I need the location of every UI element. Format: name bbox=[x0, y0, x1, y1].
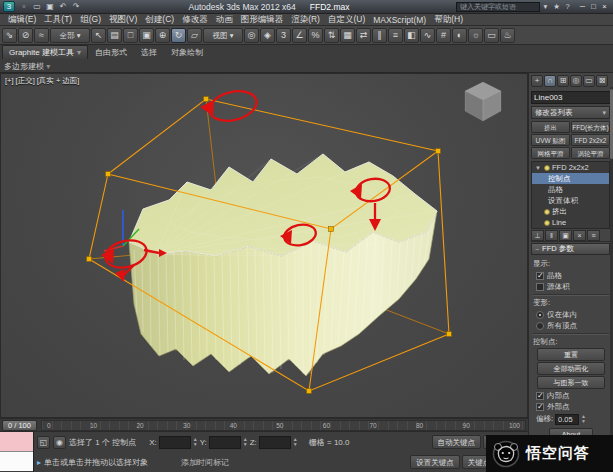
utilities-tab-icon[interactable]: ⊠ bbox=[596, 75, 608, 87]
ribbon-tab[interactable]: 对象绘制 bbox=[164, 46, 210, 59]
menu-item[interactable]: 修改器 bbox=[178, 14, 212, 26]
spinner-snap-icon[interactable]: ⇅ bbox=[324, 28, 339, 43]
unlink-selection-icon[interactable]: ⊘ bbox=[18, 28, 33, 43]
rendered-frame-icon[interactable]: ▭ bbox=[484, 28, 499, 43]
listener-macro-row[interactable] bbox=[0, 432, 33, 452]
ribbon-panel-toggle[interactable]: 多边形建模 ▾ bbox=[4, 61, 50, 72]
z-coordinate-field[interactable] bbox=[259, 436, 291, 449]
redo-icon[interactable]: ↷ bbox=[70, 1, 82, 12]
modifier-visibility-icon[interactable] bbox=[544, 165, 550, 171]
stack-item-extrude[interactable]: 挤出 bbox=[532, 206, 609, 217]
time-slider-handle[interactable]: 0 / 100 bbox=[2, 420, 37, 431]
create-tab-icon[interactable]: + bbox=[531, 75, 543, 87]
menu-item[interactable]: 动画 bbox=[212, 14, 237, 26]
menu-item[interactable]: 组(G) bbox=[76, 14, 105, 26]
ribbon-tab[interactable]: 选择 bbox=[134, 46, 164, 59]
select-and-scale-icon[interactable]: ▱ bbox=[187, 28, 202, 43]
help-icon[interactable]: ? bbox=[562, 1, 573, 12]
maximize-icon[interactable]: □ bbox=[588, 1, 599, 12]
percent-snap-icon[interactable]: % bbox=[308, 28, 323, 43]
graphite-toggle-icon[interactable]: ◧ bbox=[404, 28, 419, 43]
angle-snap-icon[interactable]: ∠ bbox=[292, 28, 307, 43]
layer-manager-icon[interactable]: ≡ bbox=[388, 28, 403, 43]
save-file-icon[interactable]: ▣ bbox=[44, 1, 56, 12]
configure-modifier-sets-icon[interactable]: ≡ bbox=[587, 230, 600, 241]
stack-item-ffd[interactable]: ▼FFD 2x2x2 bbox=[532, 162, 609, 173]
modifier-set-button[interactable]: FFD 2x2x2 bbox=[571, 134, 610, 146]
viewcube[interactable] bbox=[465, 82, 501, 121]
infocenter-search-input[interactable] bbox=[456, 2, 540, 12]
modifier-set-button[interactable]: UVW 贴图 bbox=[531, 134, 570, 146]
favorites-icon[interactable]: ★ bbox=[551, 1, 562, 12]
menu-item[interactable]: 图形编辑器 bbox=[237, 14, 288, 26]
modifier-set-button[interactable]: 网格平滑 bbox=[531, 147, 570, 159]
time-ruler[interactable]: 0102030405060708090100 bbox=[41, 420, 526, 431]
motion-tab-icon[interactable]: ◎ bbox=[570, 75, 582, 87]
ribbon-tab[interactable]: 自由形式 bbox=[88, 46, 134, 59]
render-production-icon[interactable]: ♨ bbox=[500, 28, 515, 43]
modifier-set-button[interactable]: 挤出 bbox=[531, 121, 570, 133]
minimize-icon[interactable]: ─ bbox=[577, 1, 588, 12]
y-coordinate-field[interactable] bbox=[209, 436, 241, 449]
select-and-link-icon[interactable]: ⇘ bbox=[2, 28, 17, 43]
hierarchy-tab-icon[interactable]: ⊞ bbox=[557, 75, 569, 87]
stack-item-set-volume[interactable]: 设置体积 bbox=[532, 195, 609, 206]
reset-button[interactable]: 重置 bbox=[537, 348, 605, 361]
lattice-checkbox[interactable]: 晶格 bbox=[533, 270, 609, 281]
add-time-tag[interactable]: 添加时间标记 bbox=[181, 457, 229, 468]
modifier-set-button[interactable]: FFD(长方体) bbox=[571, 121, 610, 133]
inside-points-checkbox[interactable]: 内部点 bbox=[533, 390, 609, 401]
object-name-field[interactable] bbox=[531, 91, 613, 104]
menu-item[interactable]: 自定义(U) bbox=[324, 14, 369, 26]
display-tab-icon[interactable]: ▭ bbox=[583, 75, 595, 87]
menu-item[interactable]: 工具(T) bbox=[40, 14, 76, 26]
material-editor-icon[interactable]: ◐ bbox=[452, 28, 467, 43]
menu-item[interactable]: 帮助(H) bbox=[430, 14, 467, 26]
named-selection-sets-icon[interactable]: ▦ bbox=[340, 28, 355, 43]
modifier-visibility-icon[interactable] bbox=[544, 220, 550, 226]
render-setup-icon[interactable]: ☼ bbox=[468, 28, 483, 43]
outside-points-checkbox[interactable]: 外部点 bbox=[533, 401, 609, 412]
search-dropdown-icon[interactable]: ▾ bbox=[540, 1, 551, 12]
modifier-visibility-icon[interactable] bbox=[544, 209, 550, 215]
show-end-result-icon[interactable]: ‖ bbox=[545, 230, 558, 241]
remove-modifier-icon[interactable]: × bbox=[573, 230, 586, 241]
application-button[interactable]: 3 bbox=[3, 1, 15, 12]
align-icon[interactable]: ∥ bbox=[372, 28, 387, 43]
window-crossing-icon[interactable]: ▣ bbox=[139, 28, 154, 43]
viewport-general-menu[interactable]: [+] bbox=[5, 76, 14, 86]
listener-script-row[interactable] bbox=[0, 452, 33, 471]
viewport-shading-menu[interactable]: [真实 + 边面] bbox=[37, 76, 80, 86]
stack-item-control-points[interactable]: 控制点 bbox=[532, 173, 609, 184]
curve-editor-icon[interactable]: ∿ bbox=[420, 28, 435, 43]
undo-icon[interactable]: ↶ bbox=[57, 1, 69, 12]
modify-tab-icon[interactable]: ∩ bbox=[544, 75, 556, 87]
schematic-view-icon[interactable]: # bbox=[436, 28, 451, 43]
expand-icon[interactable]: ▼ bbox=[535, 165, 542, 171]
auto-key-button[interactable]: 自动关键点 bbox=[432, 435, 482, 449]
spinner-icon[interactable]: ▲▼ bbox=[581, 414, 586, 424]
use-pivot-center-icon[interactable]: ◎ bbox=[244, 28, 259, 43]
bind-to-space-warp-icon[interactable]: ≈ bbox=[34, 28, 49, 43]
selection-region-icon[interactable]: □ bbox=[123, 28, 138, 43]
set-key-button[interactable]: 设置关键点 bbox=[410, 455, 460, 469]
conform-to-shape-button[interactable]: 与图形一致 bbox=[537, 376, 605, 389]
menu-item[interactable]: 编辑(E) bbox=[4, 14, 40, 26]
pin-stack-icon[interactable]: ⊥ bbox=[531, 230, 544, 241]
close-icon[interactable]: × bbox=[599, 1, 610, 12]
viewport[interactable]: [+] [正交] [真实 + 边面] bbox=[0, 73, 528, 418]
maxscript-mini-listener[interactable] bbox=[0, 432, 34, 472]
open-file-icon[interactable]: ▭ bbox=[31, 1, 43, 12]
offset-field[interactable] bbox=[555, 414, 579, 425]
select-by-name-icon[interactable]: ▤ bbox=[107, 28, 122, 43]
only-in-volume-radio[interactable]: 仅在体内 bbox=[533, 309, 609, 320]
selection-filter-dropdown[interactable]: 全部 ▾ bbox=[50, 28, 90, 43]
spinner-icon[interactable]: ▲▼ bbox=[193, 437, 198, 447]
new-scene-icon[interactable]: ▫ bbox=[18, 1, 30, 12]
animate-all-button[interactable]: 全部动画化 bbox=[537, 362, 605, 375]
reference-coordinate-dropdown[interactable]: 视图 ▾ bbox=[203, 28, 243, 43]
select-and-manipulate-icon[interactable]: ◈ bbox=[260, 28, 275, 43]
menu-item[interactable]: 创建(C) bbox=[141, 14, 178, 26]
menu-item[interactable]: 视图(V) bbox=[105, 14, 141, 26]
selection-lock-icon[interactable]: ◉ bbox=[53, 436, 66, 449]
